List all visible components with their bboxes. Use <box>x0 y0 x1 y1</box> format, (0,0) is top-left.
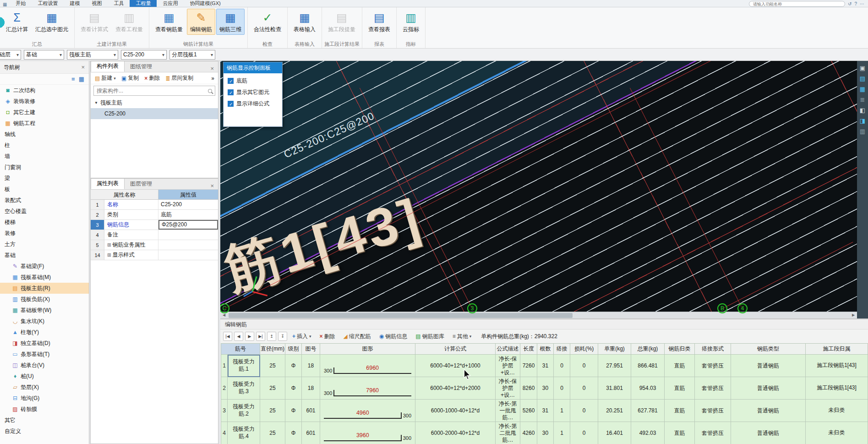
checkbox-icon[interactable] <box>228 89 234 95</box>
cell-loss[interactable]: 0 <box>570 422 598 444</box>
column-header-formula[interactable]: 计算公式 <box>415 344 496 355</box>
property-row-index[interactable]: 2 <box>91 210 104 219</box>
nav-item-19[interactable]: ▥筏板负筋(X) <box>0 294 89 305</box>
cell-lap[interactable]: 0 <box>554 377 570 400</box>
cell-section[interactable]: 施工段钢筋1[43] <box>806 377 868 400</box>
cell-count[interactable]: 31 <box>537 355 554 377</box>
edit-nav-button-4[interactable]: ↥ <box>267 332 276 341</box>
component-tab-1[interactable]: 图纸管理 <box>125 61 158 72</box>
ribbon-button-0-0[interactable]: Σ汇总计算 <box>3 9 31 35</box>
cell-lap[interactable]: 1 <box>554 422 570 444</box>
component-toolbar-button-2[interactable]: ×删除 <box>142 73 162 83</box>
nav-item-5[interactable]: 柱 <box>0 140 89 151</box>
nav-item-28[interactable]: ⊟地沟(G) <box>0 393 89 404</box>
overlay-panel-title[interactable]: 钢筋显示控制面板 <box>224 62 282 73</box>
toolbar-overflow-button[interactable]: » <box>207 75 218 82</box>
more-icon[interactable]: ⋯ <box>860 1 864 6</box>
cell-unit_weight[interactable]: 27.951 <box>598 355 631 377</box>
cell-formula[interactable]: 6000-40+12*d+2000 <box>415 377 496 400</box>
cell-lap[interactable]: 0 <box>554 355 570 377</box>
cell-desc[interactable]: 净长-第二批甩筋… <box>496 422 520 444</box>
function-search-input[interactable] <box>749 1 845 7</box>
property-row-index[interactable]: 3 <box>91 220 104 230</box>
box-select-icon[interactable]: ◧ <box>860 107 865 114</box>
component-search-input[interactable] <box>97 88 208 94</box>
component-toolbar-button-3[interactable]: ≣层间复制 <box>163 73 196 83</box>
clipped-ribbon-button-icon[interactable] <box>0 16 6 28</box>
cell-total_weight[interactable]: 492.03 <box>631 422 665 444</box>
canvas-horizontal-scrollbar[interactable]: ◀ ▶ <box>220 312 857 318</box>
nav-item-15[interactable]: 基础 <box>0 250 89 261</box>
cell-unit_weight[interactable]: 20.251 <box>598 400 631 422</box>
nav-item-25[interactable]: ◫桩承台(V) <box>0 360 89 371</box>
nav-item-12[interactable]: 楼梯 <box>0 217 89 228</box>
nav-item-0[interactable]: ◙二次结构 <box>0 85 89 96</box>
property-value[interactable]: C25-200 <box>158 200 218 209</box>
ribbon-button-4-0[interactable]: ▦表格输入 <box>290 9 319 35</box>
property-tab-0[interactable]: 属性列表 <box>91 178 125 189</box>
ribbon-button-2-2[interactable]: ▦钢筋三维 <box>216 9 245 35</box>
property-row-index[interactable]: 4 <box>91 230 104 240</box>
context-combo-0[interactable]: 基础层▾ <box>0 50 21 60</box>
cell-grade[interactable]: Φ <box>285 422 302 444</box>
cell-category[interactable]: 直筋 <box>665 377 695 400</box>
ribbon-button-2-1[interactable]: ✎编辑钢筋 <box>187 9 215 35</box>
cell-name[interactable]: 筏板受力筋.3 <box>228 377 260 400</box>
column-header-name[interactable]: 筋号 <box>221 344 260 355</box>
nav-item-6[interactable]: 墙 <box>0 151 89 162</box>
column-header-rebar_type[interactable]: 钢筋类型 <box>731 344 806 355</box>
ribbon-button-7-0[interactable]: ▥云指标 <box>399 9 422 35</box>
component-tree-group[interactable]: ▼ 筏板主筋 <box>91 97 218 108</box>
edit-toolbar-button-4[interactable]: ▤钢筋图库 <box>412 332 447 341</box>
cell-count[interactable]: 30 <box>537 377 554 400</box>
ribbon-button-0-1[interactable]: ▦汇总选中图元 <box>32 9 71 35</box>
cell-loss[interactable]: 0 <box>570 377 598 400</box>
expand-icon[interactable]: ⊞ <box>107 252 111 258</box>
component-tree-item[interactable]: C25-200 <box>91 108 218 119</box>
nav-item-13[interactable]: 装修 <box>0 228 89 239</box>
nav-item-4[interactable]: 轴线 <box>0 129 89 140</box>
cell-lap_form[interactable]: 套管挤压 <box>695 355 731 377</box>
nav-item-23[interactable]: ◨独立基础(D) <box>0 338 89 349</box>
ribbon-button-2-0[interactable]: ▦查看钢筋量 <box>152 9 186 35</box>
close-icon[interactable]: × <box>77 61 89 74</box>
column-header-section[interactable]: 施工段归属 <box>806 344 868 355</box>
cell-shape[interactable]: 3007960 <box>320 377 415 400</box>
cell-total_weight[interactable]: 866.481 <box>631 355 665 377</box>
cell-shape[interactable]: 3960300 <box>320 422 415 444</box>
column-header-category[interactable]: 钢筋归类 <box>665 344 695 355</box>
cell-total_weight[interactable]: 954.03 <box>631 377 665 400</box>
column-header-unit_weight[interactable]: 单重(kg) <box>598 344 631 355</box>
row-number[interactable]: 3 <box>221 400 228 422</box>
cell-dia[interactable]: 25 <box>260 422 285 444</box>
column-header-total_weight[interactable]: 总重(kg) <box>631 344 665 355</box>
table-view-icon[interactable]: ▥ <box>860 128 865 135</box>
column-header-desc[interactable]: 公式描述 <box>496 344 520 355</box>
layers-icon[interactable]: ≣ <box>860 97 865 103</box>
cell-count[interactable]: 31 <box>537 400 554 422</box>
overlay-checkbox-0[interactable]: 底筋 <box>224 73 282 85</box>
cell-desc[interactable]: 净长-保护层+设… <box>496 377 520 400</box>
property-value[interactable] <box>158 250 218 260</box>
cell-unit_weight[interactable]: 16.401 <box>598 422 631 444</box>
property-value-header[interactable]: 属性值 <box>158 190 218 199</box>
component-toolbar-button-1[interactable]: ▣复制 <box>119 73 141 83</box>
checkbox-icon[interactable] <box>228 101 234 107</box>
edit-toolbar-button-5[interactable]: ≡其他▾ <box>449 332 475 341</box>
nav-item-10[interactable]: 装配式 <box>0 195 89 206</box>
column-header-len[interactable]: 长度 <box>520 344 537 355</box>
overlay-checkbox-2[interactable]: 显示详细公式 <box>224 96 282 108</box>
cell-shape[interactable]: 4960300 <box>320 400 415 422</box>
nav-item-24[interactable]: ▭条形基础(T) <box>0 349 89 360</box>
cell-section[interactable]: 未归类 <box>806 422 868 444</box>
capture-icon[interactable]: ▣ <box>860 65 865 71</box>
cell-section[interactable]: 未归类 <box>806 400 868 422</box>
menu-tab-5[interactable]: 工程量 <box>130 0 157 7</box>
panel-toggle-icon[interactable]: ◨ <box>860 118 865 124</box>
cell-loss[interactable]: 0 <box>570 400 598 422</box>
edit-toolbar-button-1[interactable]: ×删除 <box>317 332 338 341</box>
menu-tab-6[interactable]: 云应用 <box>157 0 184 7</box>
cell-grade[interactable]: Φ <box>285 355 302 377</box>
edit-toolbar-button-2[interactable]: ◢缩尺配筋 <box>340 332 374 341</box>
nav-item-22[interactable]: ▲柱墩(Y) <box>0 327 89 338</box>
